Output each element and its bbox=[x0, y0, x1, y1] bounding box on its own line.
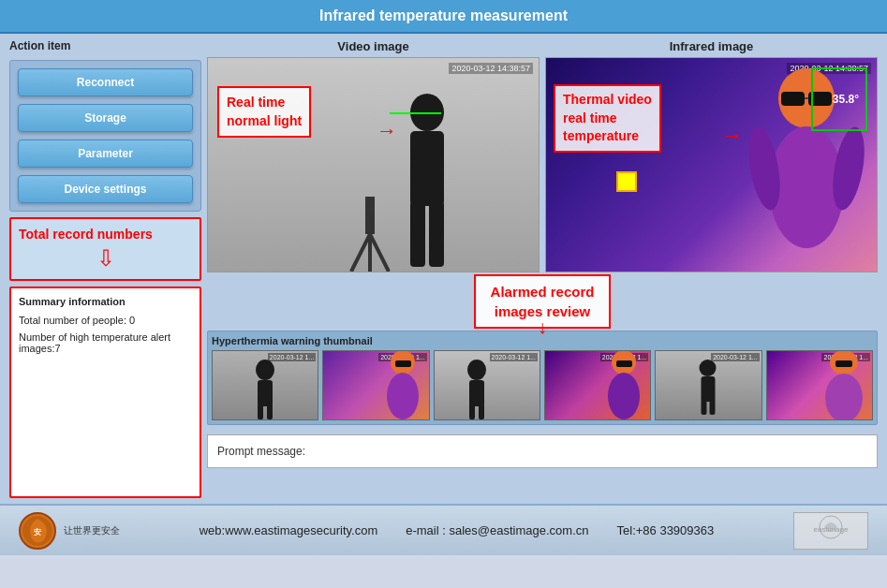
app-title-bar: Infrared temperature measurement bbox=[0, 0, 887, 34]
prompt-bar: Prompt message: bbox=[207, 434, 878, 468]
summary-title: Summary information bbox=[19, 296, 192, 307]
svg-text:安: 安 bbox=[33, 527, 41, 537]
svg-point-22 bbox=[387, 373, 419, 419]
logo-text-cn: 让世界更安全 bbox=[64, 525, 120, 537]
footer-logo: 安 让世界更安全 bbox=[19, 512, 120, 550]
svg-rect-21 bbox=[402, 360, 411, 367]
thermal-annotation-arrow: → bbox=[722, 124, 743, 148]
svg-line-7 bbox=[370, 234, 389, 272]
svg-rect-18 bbox=[267, 404, 273, 419]
infrared-label: Infrared image bbox=[670, 39, 754, 53]
alert-images-text: Number of high temperature alert images:… bbox=[19, 331, 192, 354]
prompt-label: Prompt message: bbox=[217, 445, 305, 458]
storage-button[interactable]: Storage bbox=[18, 104, 193, 132]
thermal-annotation: Thermal videoreal timetemperature bbox=[554, 84, 661, 153]
logo-circle: 安 bbox=[19, 512, 56, 550]
thumb-person-5 bbox=[697, 359, 720, 419]
svg-rect-16 bbox=[258, 380, 273, 406]
thumb-person-2 bbox=[382, 350, 424, 419]
annotation-arrow-normal: → bbox=[377, 119, 397, 143]
thumb-person-4 bbox=[603, 350, 645, 419]
inner-layout: Action item Reconnect Storage Parameter … bbox=[9, 39, 878, 498]
footer: 安 让世界更安全 web:www.eastimagesecurity.com e… bbox=[0, 504, 887, 555]
watermark-image: eastimage bbox=[796, 513, 866, 549]
alarmed-arrow-down: ↓ bbox=[538, 316, 547, 338]
parameter-button[interactable]: Parameter bbox=[18, 140, 193, 168]
logo-icon: 安 bbox=[21, 514, 54, 548]
company-name-cn: 让世界更安全 bbox=[64, 525, 120, 537]
device-settings-button[interactable]: Device settings bbox=[18, 175, 193, 203]
svg-rect-24 bbox=[469, 380, 484, 406]
svg-rect-17 bbox=[258, 404, 263, 419]
svg-rect-33 bbox=[702, 399, 707, 415]
video-column: Video image 2020-03-12 14:38:57 bbox=[207, 39, 540, 272]
svg-rect-32 bbox=[702, 376, 716, 402]
alarmed-label: Alarmed recordimages review bbox=[491, 282, 595, 321]
right-panel: Video image 2020-03-12 14:38:57 bbox=[207, 39, 878, 498]
alarmed-annotation-row: Alarmed recordimages review ↓ bbox=[207, 278, 878, 325]
video-timestamp: 2020-03-12 14:38:57 bbox=[449, 63, 533, 74]
thumb-person-3 bbox=[463, 359, 491, 419]
footer-website: web:www.eastimagesecurity.com bbox=[200, 523, 378, 537]
face-detection-line bbox=[390, 112, 441, 114]
thumbnails-section: Hyperthermia warning thumbnail 2020-03-1… bbox=[207, 331, 878, 425]
cameras-row: Video image 2020-03-12 14:38:57 bbox=[207, 39, 878, 272]
action-item-label: Action item bbox=[9, 39, 201, 52]
camera-bg: 2020-03-12 14:38:57 bbox=[208, 58, 539, 272]
video-frame: 2020-03-12 14:38:57 bbox=[207, 57, 540, 272]
thumb-person-6 bbox=[820, 350, 867, 419]
thumb-person-1 bbox=[251, 359, 279, 419]
svg-rect-37 bbox=[842, 360, 852, 367]
target-square bbox=[616, 171, 637, 192]
svg-rect-2 bbox=[410, 201, 425, 267]
main-content: Action item Reconnect Storage Parameter … bbox=[0, 34, 887, 504]
svg-rect-34 bbox=[710, 399, 716, 415]
footer-email: e-mail : sales@eastimage.com.cn bbox=[406, 523, 588, 537]
thumbnail-1[interactable]: 2020-03-12 1... bbox=[212, 350, 318, 420]
action-buttons-container: Reconnect Storage Parameter Device setti… bbox=[9, 60, 201, 212]
normal-light-annotation: Real timenormal light bbox=[217, 86, 311, 138]
thumbnail-6[interactable]: 2020-03-12 1... bbox=[766, 350, 873, 420]
svg-rect-3 bbox=[429, 201, 444, 267]
svg-rect-9 bbox=[781, 92, 805, 106]
video-label: Video image bbox=[337, 39, 408, 53]
svg-rect-25 bbox=[469, 404, 475, 419]
svg-rect-1 bbox=[410, 131, 444, 206]
total-record-box: Total record numbers ⇩ bbox=[9, 217, 201, 281]
svg-line-5 bbox=[351, 234, 370, 272]
svg-rect-26 bbox=[479, 404, 484, 419]
thumbnail-3[interactable]: 2020-03-12 1... bbox=[434, 350, 540, 420]
footer-phone: Tel:+86 33909363 bbox=[617, 523, 715, 537]
thermal-bg: 2020-03-12 14:38:57 bbox=[546, 58, 877, 272]
svg-point-12 bbox=[769, 126, 844, 248]
svg-point-15 bbox=[256, 360, 274, 380]
thumbnail-4[interactable]: 2020-03-12 1... bbox=[544, 350, 651, 420]
svg-rect-4 bbox=[365, 197, 375, 234]
total-record-label: Total record numbers bbox=[19, 227, 192, 242]
thumb-timestamp-3: 2020-03-12 1... bbox=[490, 353, 538, 361]
left-panel: Action item Reconnect Storage Parameter … bbox=[9, 39, 201, 498]
tripod-icon bbox=[347, 197, 393, 272]
footer-info: web:www.eastimagesecurity.com e-mail : s… bbox=[139, 523, 775, 537]
thumbnails-row: 2020-03-12 1... 2020-03-12 1... bbox=[212, 350, 873, 420]
footer-watermark: eastimage bbox=[793, 512, 868, 550]
infrared-column: Infrared image 2020-03-12 14:38:57 bbox=[545, 39, 878, 272]
reconnect-button[interactable]: Reconnect bbox=[18, 68, 193, 96]
app-title: Infrared temperature measurement bbox=[319, 7, 568, 23]
thumbnail-2[interactable]: 2020-03-12 1... bbox=[322, 350, 429, 420]
total-people-text: Total number of people: 0 bbox=[19, 315, 192, 326]
svg-point-31 bbox=[700, 360, 717, 376]
infrared-frame: 2020-03-12 14:38:57 bbox=[545, 57, 878, 272]
face-detection-box bbox=[811, 67, 867, 131]
summary-box: Summary information Total number of peop… bbox=[9, 287, 201, 498]
svg-rect-29 bbox=[623, 360, 632, 367]
svg-point-38 bbox=[825, 374, 863, 419]
svg-point-30 bbox=[608, 373, 640, 419]
thumbnail-5[interactable]: 2020-03-12 1... bbox=[655, 350, 761, 420]
arrow-down-icon: ⇩ bbox=[19, 245, 192, 272]
svg-point-23 bbox=[467, 360, 486, 380]
